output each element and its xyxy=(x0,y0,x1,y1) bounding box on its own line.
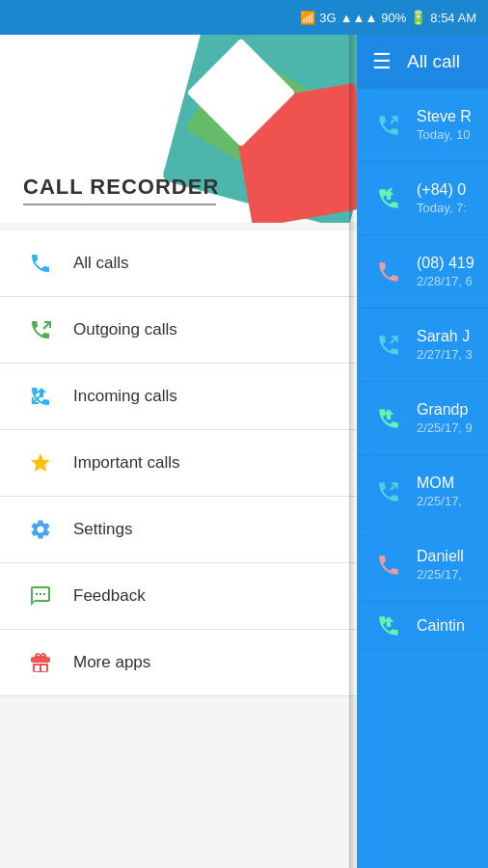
time-text: 8:54 AM xyxy=(430,11,476,25)
call-icon-5 xyxy=(370,400,407,437)
call-icon-6 xyxy=(370,474,407,510)
call-info-7: Daniell 2/25/17, xyxy=(417,548,464,582)
call-list-panel: ☰ All call Steve R Today, 10 xyxy=(357,35,488,868)
call-item-6[interactable]: MOM 2/25/17, xyxy=(357,455,488,529)
call-item-5[interactable]: Grandp 2/25/17, 9 xyxy=(357,382,488,455)
sidebar: CALL RECORDER All calls xyxy=(0,35,357,868)
status-bar: 📶 3G ▲▲▲ 90% 🔋 8:54 AM xyxy=(0,0,488,35)
app-title: CALL RECORDER xyxy=(23,175,219,200)
sidebar-item-settings-label: Settings xyxy=(73,520,132,539)
sidebar-item-more-apps-label: More apps xyxy=(73,653,150,672)
sidebar-menu: All calls Outgoing calls xyxy=(0,223,357,704)
call-info-3: (08) 419 2/28/17, 6 xyxy=(417,255,474,288)
call-info-2: (+84) 0 Today, 7: xyxy=(417,181,467,215)
call-info-4: Sarah J 2/27/17, 3 xyxy=(417,328,473,362)
call-info-1: Steve R Today, 10 xyxy=(417,108,472,142)
phone-incoming-icon xyxy=(23,379,58,414)
sidebar-item-outgoing-calls-label: Outgoing calls xyxy=(73,320,177,339)
app-title-underline xyxy=(23,203,216,205)
sidebar-header: CALL RECORDER xyxy=(0,35,357,223)
battery-text: 90% xyxy=(381,11,406,25)
chat-icon xyxy=(23,579,58,613)
top-bar: ☰ All call xyxy=(357,35,488,89)
call-time-6: 2/25/17, xyxy=(417,494,462,508)
call-info-5: Grandp 2/25/17, 9 xyxy=(417,401,473,435)
sidebar-item-settings[interactable]: Settings xyxy=(0,497,357,563)
wifi-icon: 📶 xyxy=(300,11,315,25)
call-icon-8 xyxy=(370,608,407,644)
call-time-5: 2/25/17, 9 xyxy=(417,420,473,435)
status-icons: 📶 3G ▲▲▲ 90% 🔋 8:54 AM xyxy=(300,10,476,25)
sidebar-item-incoming-calls-label: Incoming calls xyxy=(73,387,177,406)
signal-text: 3G xyxy=(319,11,336,25)
call-icon-1 xyxy=(370,107,407,144)
call-item-4[interactable]: Sarah J 2/27/17, 3 xyxy=(357,309,488,382)
call-info-6: MOM 2/25/17, xyxy=(417,475,462,508)
call-name-4: Sarah J xyxy=(417,328,473,345)
sidebar-item-outgoing-calls[interactable]: Outgoing calls xyxy=(0,297,357,364)
call-item-7[interactable]: Daniell 2/25/17, xyxy=(357,529,488,602)
call-info-8: Caintin xyxy=(417,617,465,635)
call-icon-3 xyxy=(370,254,407,290)
call-name-6: MOM xyxy=(417,475,462,492)
top-bar-title: All call xyxy=(407,51,460,72)
sidebar-item-feedback-label: Feedback xyxy=(73,586,146,606)
sidebar-item-important-calls[interactable]: Important calls xyxy=(0,430,357,497)
call-time-3: 2/28/17, 6 xyxy=(417,274,474,288)
call-icon-4 xyxy=(370,327,407,364)
sidebar-item-incoming-calls[interactable]: Incoming calls xyxy=(0,364,357,430)
sidebar-item-all-calls-label: All calls xyxy=(73,254,129,273)
signal-bars: ▲▲▲ xyxy=(340,11,378,25)
gift-icon xyxy=(23,645,58,680)
call-item-2[interactable]: (+84) 0 Today, 7: xyxy=(357,162,488,235)
sidebar-shadow xyxy=(349,35,357,868)
app-container: CALL RECORDER All calls xyxy=(0,35,488,868)
gear-icon xyxy=(23,512,58,547)
battery-icon: 🔋 xyxy=(410,10,426,25)
call-time-4: 2/27/17, 3 xyxy=(417,347,473,362)
call-icon-7 xyxy=(370,547,407,583)
call-name-3: (08) 419 xyxy=(417,255,474,272)
sidebar-item-more-apps[interactable]: More apps xyxy=(0,630,357,696)
sidebar-item-feedback[interactable]: Feedback xyxy=(0,563,357,630)
star-icon xyxy=(23,446,58,480)
phone-all-icon xyxy=(23,246,58,281)
hamburger-icon[interactable]: ☰ xyxy=(372,49,392,74)
call-name-5: Grandp xyxy=(417,401,473,419)
sidebar-item-all-calls[interactable]: All calls xyxy=(0,231,357,297)
call-name-8: Caintin xyxy=(417,617,465,635)
call-item-1[interactable]: Steve R Today, 10 xyxy=(357,89,488,162)
call-name-1: Steve R xyxy=(417,108,472,125)
call-name-2: (+84) 0 xyxy=(417,181,467,199)
call-item-3[interactable]: (08) 419 2/28/17, 6 xyxy=(357,235,488,309)
sidebar-item-important-calls-label: Important calls xyxy=(73,453,180,473)
call-time-7: 2/25/17, xyxy=(417,567,464,582)
phone-outgoing-icon xyxy=(23,312,58,347)
call-time-2: Today, 7: xyxy=(417,201,467,215)
call-item-8[interactable]: Caintin xyxy=(357,602,488,650)
call-name-7: Daniell xyxy=(417,548,464,565)
call-time-1: Today, 10 xyxy=(417,127,472,142)
call-icon-2 xyxy=(370,180,407,217)
call-items-list: Steve R Today, 10 (+84) 0 Today, 7: xyxy=(357,89,488,868)
